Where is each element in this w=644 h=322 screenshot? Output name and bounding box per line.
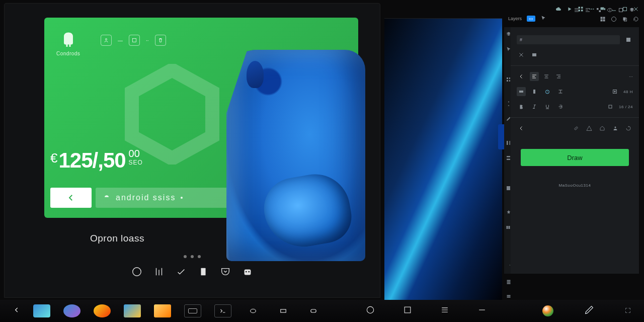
svg-rect-54 [519, 91, 523, 93]
taskbar-app-1[interactable] [33, 304, 50, 317]
svg-rect-58 [614, 91, 616, 93]
padding-icon[interactable] [610, 87, 619, 96]
svg-point-64 [367, 306, 373, 313]
align-left-icon[interactable] [530, 72, 539, 81]
nav-square-icon[interactable] [403, 305, 413, 317]
svg-point-29 [133, 268, 141, 276]
svg-rect-53 [532, 53, 536, 56]
equalizer-icon[interactable] [152, 265, 166, 278]
align-right-icon[interactable] [554, 72, 563, 81]
price-display: € 125/,50 00 SEO [50, 148, 143, 173]
clipboard-icon[interactable] [197, 265, 210, 278]
svg-point-28 [181, 197, 183, 199]
square-icon[interactable] [606, 102, 615, 111]
circle-icon[interactable] [130, 265, 143, 278]
os-nav-cluster [365, 305, 487, 317]
image-thumb-icon[interactable] [530, 50, 539, 59]
rail-stack2-icon[interactable] [506, 293, 512, 299]
taskbar-app-active[interactable] [184, 304, 201, 317]
tool-person-icon[interactable] [101, 35, 112, 46]
stylus-icon[interactable] [584, 304, 595, 317]
device-bottom-toolbar [130, 265, 254, 278]
app-brand: Condrods [56, 30, 80, 56]
toolbar-sep: ·· [146, 38, 149, 43]
pager-dot [198, 255, 201, 258]
link-icon[interactable] [572, 124, 581, 133]
pager-dot [184, 255, 187, 258]
svg-rect-52 [626, 38, 630, 42]
svg-point-32 [246, 271, 247, 273]
taskbar-shape-rect[interactable] [275, 304, 292, 317]
bold-icon[interactable] [517, 102, 526, 111]
url-field[interactable]: # [517, 35, 620, 44]
user-icon[interactable] [611, 124, 620, 133]
svg-rect-31 [245, 269, 251, 275]
back-button[interactable] [50, 188, 92, 208]
nav-circle-icon[interactable] [365, 305, 375, 317]
tool-box-icon[interactable] [129, 35, 140, 46]
taskbar-app-3[interactable] [94, 304, 111, 317]
app-top-toolbar: — ·· [101, 35, 166, 46]
underline-icon[interactable] [543, 102, 552, 111]
secondary-canvas[interactable] [384, 18, 502, 300]
assistant-orb-icon[interactable] [542, 305, 553, 316]
nav-menu-icon[interactable] [440, 305, 450, 317]
toolbar-sep: — [118, 38, 123, 43]
chevron-left-icon[interactable] [517, 72, 526, 81]
taskbar-app-4[interactable] [124, 304, 141, 317]
size-value: 48 H [623, 90, 633, 94]
taskbar-shape-roundrect[interactable] [305, 304, 322, 317]
inspector-divider [511, 65, 639, 66]
svg-rect-39 [507, 141, 508, 145]
taskbar-app-terminal[interactable] [214, 304, 231, 317]
android-logo-icon [59, 30, 77, 49]
width-icon[interactable] [517, 87, 526, 96]
inspector-divider [511, 117, 639, 118]
android-pill-button[interactable]: android ssiss [96, 188, 245, 208]
height-icon[interactable] [530, 87, 539, 96]
svg-point-61 [251, 309, 256, 313]
check-icon[interactable] [175, 265, 188, 278]
inspector-footer-label: MaSooOcu1314 [517, 183, 633, 188]
svg-rect-34 [507, 77, 508, 79]
editor-workspace: Condrods — ·· € 125/,50 00 SEO [4, 3, 642, 298]
taskbar-shape-oval[interactable] [245, 304, 262, 317]
svg-rect-45 [507, 226, 508, 229]
align-center-icon[interactable] [542, 72, 551, 81]
align-group [530, 72, 563, 81]
close-icon[interactable] [517, 50, 526, 59]
tool-trash-icon[interactable] [155, 35, 166, 46]
taskbar-app-5[interactable] [154, 304, 171, 317]
rail-stack-icon[interactable] [506, 278, 512, 284]
align-label: ⋯ [629, 74, 633, 79]
svg-rect-47 [507, 280, 511, 281]
home-icon[interactable] [598, 124, 607, 133]
sparkle-icon [178, 194, 186, 202]
style-value: 16 / 24 [619, 105, 633, 109]
spacing-icon[interactable] [556, 87, 565, 96]
android-pill-label: android ssiss [116, 193, 176, 202]
chevron-left-icon[interactable] [517, 124, 526, 133]
svg-rect-50 [507, 295, 511, 296]
os-back-button[interactable] [13, 306, 20, 315]
page-indicator[interactable] [184, 255, 201, 258]
strike-icon[interactable] [556, 102, 565, 111]
svg-rect-36 [507, 80, 508, 82]
svg-point-44 [508, 187, 509, 188]
apply-icon[interactable] [624, 35, 633, 44]
taskbar-app-2[interactable] [63, 304, 80, 317]
svg-rect-30 [201, 268, 205, 276]
pocket-icon[interactable] [219, 265, 232, 278]
expand-icon[interactable] [625, 306, 631, 315]
timer-icon[interactable] [543, 87, 552, 96]
warn-icon[interactable] [585, 124, 594, 133]
svg-point-38 [508, 102, 509, 103]
nav-minimize-icon[interactable] [477, 305, 487, 317]
svg-rect-65 [405, 307, 411, 313]
hand-artwork [226, 50, 365, 261]
italic-icon[interactable] [530, 102, 539, 111]
robot-icon[interactable] [241, 265, 254, 278]
refresh-icon[interactable] [624, 124, 633, 133]
app-screen[interactable]: Condrods — ·· € 125/,50 00 SEO [44, 18, 358, 218]
primary-action-button[interactable]: Draw [521, 149, 629, 166]
